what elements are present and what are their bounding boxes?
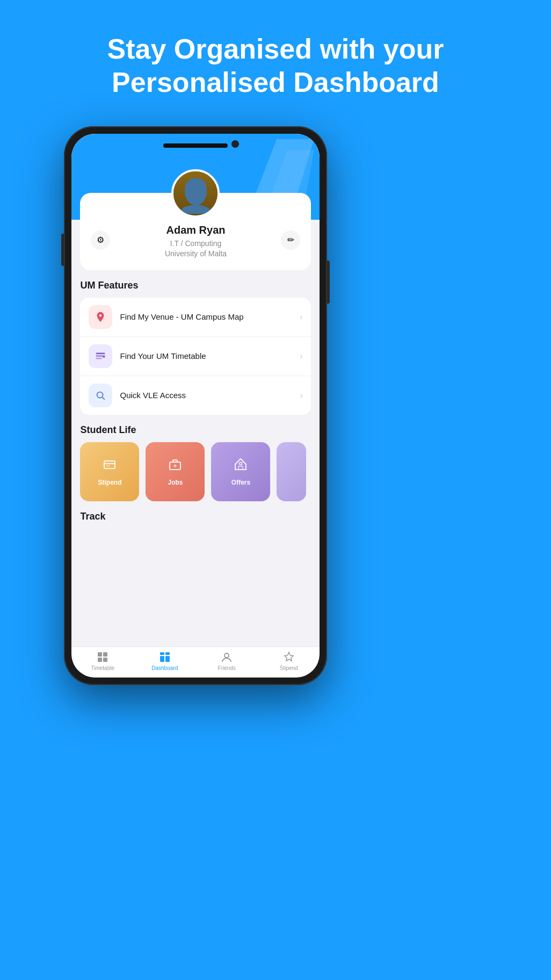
nav-dashboard[interactable]: Dashboard xyxy=(134,651,196,671)
svg-point-2 xyxy=(99,314,102,317)
avatar-face xyxy=(173,171,218,215)
stipend-card[interactable]: Stipend xyxy=(80,442,139,501)
timetable-nav-icon xyxy=(97,651,108,663)
settings-button[interactable]: ⚙ xyxy=(91,230,110,250)
phone-screen: ⚙ ✏ Adam Ryan I.T / Computing University… xyxy=(71,134,320,678)
timetable-label: Find Your UM Timetable xyxy=(120,351,300,361)
svg-rect-18 xyxy=(98,658,102,662)
timetable-nav-label: Timetable xyxy=(91,665,114,671)
student-cards: Stipend xyxy=(80,442,311,501)
profile-actions: ⚙ ✏ xyxy=(91,230,300,250)
vle-label: Quick VLE Access xyxy=(120,391,300,400)
jobs-label: Jobs xyxy=(168,479,183,486)
headline-line1: Stay Organised with your xyxy=(107,33,444,64)
phone-mockup: ⚙ ✏ Adam Ryan I.T / Computing University… xyxy=(64,126,327,685)
svg-rect-9 xyxy=(104,461,115,469)
volume-button xyxy=(61,234,64,266)
svg-rect-17 xyxy=(103,652,107,657)
timetable-icon xyxy=(95,350,106,362)
avatar xyxy=(171,169,220,218)
find-venue-item[interactable]: Find My Venue - UM Campus Map › xyxy=(80,298,311,337)
nav-stipend[interactable]: Stipend xyxy=(258,651,320,671)
um-features-title: UM Features xyxy=(80,280,311,291)
svg-line-8 xyxy=(103,397,105,399)
stipend-icon xyxy=(102,457,117,475)
more-card[interactable] xyxy=(277,442,306,501)
offers-icon xyxy=(233,457,248,475)
timetable-item[interactable]: Find Your UM Timetable › xyxy=(80,337,311,376)
stipend-nav-icon xyxy=(283,651,295,663)
track-title: Track xyxy=(80,511,311,522)
headline-line2: Personalised Dashboard xyxy=(112,67,439,98)
phone-notch xyxy=(163,143,228,148)
profile-card: ⚙ ✏ Adam Ryan I.T / Computing University… xyxy=(80,193,311,270)
friends-nav-icon xyxy=(221,651,233,663)
dashboard-nav-label: Dashboard xyxy=(151,665,178,671)
timetable-chevron-icon: › xyxy=(300,351,302,361)
um-features-list: Find My Venue - UM Campus Map › xyxy=(80,298,311,415)
dashboard-nav-icon xyxy=(159,651,171,663)
bottom-nav: Timetable Dashboard xyxy=(71,646,320,678)
timetable-icon-wrap xyxy=(89,344,112,368)
power-button xyxy=(327,261,330,304)
edit-button[interactable]: ✏ xyxy=(281,230,300,250)
svg-rect-6 xyxy=(103,356,105,358)
svg-rect-20 xyxy=(160,652,164,655)
pencil-icon: ✏ xyxy=(287,235,294,245)
page-background: Stay Organised with your Personalised Da… xyxy=(64,0,487,685)
vle-item[interactable]: Quick VLE Access › xyxy=(80,376,311,415)
svg-rect-23 xyxy=(165,656,170,662)
app-screen: ⚙ ✏ Adam Ryan I.T / Computing University… xyxy=(71,134,320,678)
svg-rect-16 xyxy=(98,652,102,657)
headline: Stay Organised with your Personalised Da… xyxy=(64,0,487,121)
svg-point-15 xyxy=(240,463,242,465)
gear-icon: ⚙ xyxy=(97,235,104,245)
scroll-area[interactable]: UM Features Find My Venue - UM Campus Ma… xyxy=(71,270,320,646)
svg-rect-21 xyxy=(165,652,170,655)
student-life-section: Student Life xyxy=(80,424,311,501)
find-venue-label: Find My Venue - UM Campus Map xyxy=(120,312,300,321)
jobs-card[interactable]: Jobs xyxy=(146,442,205,501)
pin-icon xyxy=(95,311,106,323)
vle-icon-wrap xyxy=(89,384,112,407)
venue-chevron-icon: › xyxy=(300,312,302,322)
nav-timetable[interactable]: Timetable xyxy=(71,651,134,671)
friends-nav-label: Friends xyxy=(218,665,236,671)
offers-label: Offers xyxy=(231,479,250,486)
search-icon xyxy=(95,390,106,401)
stipend-nav-label: Stipend xyxy=(280,665,298,671)
avatar-container xyxy=(91,169,300,218)
stipend-label: Stipend xyxy=(98,479,121,486)
track-section: Track xyxy=(80,511,311,522)
svg-rect-19 xyxy=(103,658,107,662)
nav-friends[interactable]: Friends xyxy=(195,651,258,671)
svg-rect-22 xyxy=(160,656,164,662)
student-life-title: Student Life xyxy=(80,424,311,436)
svg-rect-5 xyxy=(96,358,102,359)
venue-icon-wrap xyxy=(89,305,112,329)
vle-chevron-icon: › xyxy=(300,391,302,400)
offers-card[interactable]: Offers xyxy=(211,442,270,501)
svg-rect-3 xyxy=(96,353,105,355)
jobs-icon xyxy=(168,457,183,475)
phone-frame: ⚙ ✏ Adam Ryan I.T / Computing University… xyxy=(64,126,327,685)
svg-point-24 xyxy=(224,653,229,658)
